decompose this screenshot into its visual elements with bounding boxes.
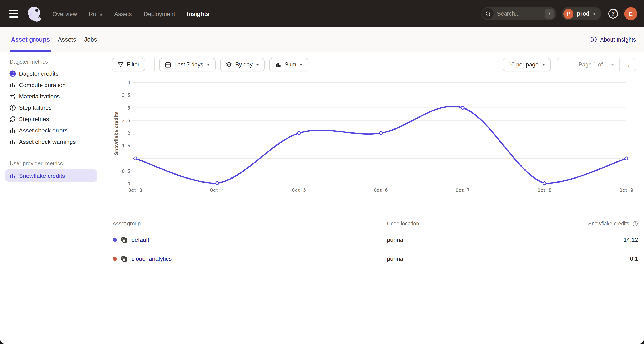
series-color-dot [112, 256, 117, 261]
svg-text:0.5: 0.5 [122, 169, 130, 174]
chevron-down-icon [256, 64, 260, 66]
svg-text:2.5: 2.5 [122, 118, 130, 123]
nav-assets[interactable]: Assets [114, 10, 132, 17]
column-header-snowflake-credits: Snowflake credits [554, 217, 644, 230]
sidebar-item-step-retries[interactable]: Step retries [5, 113, 98, 125]
tab-jobs[interactable]: Jobs [84, 27, 97, 52]
sidebar-item-dagster-credits[interactable]: Dagster credits [5, 68, 98, 79]
tab-assets[interactable]: Assets [58, 27, 76, 52]
search-input[interactable]: Search... / [482, 7, 556, 20]
code-location-cell: purina [374, 249, 554, 268]
svg-text:Oct 3: Oct 3 [128, 188, 142, 193]
chart-toolbar: Filter Last 7 days By day [103, 52, 644, 77]
sidebar-divider [5, 152, 98, 152]
window-corner [0, 338, 6, 344]
primary-nav: Overview Runs Assets Deployment Insights [52, 10, 210, 17]
svg-text:3.5: 3.5 [122, 93, 130, 98]
svg-text:Oct 4: Oct 4 [210, 188, 224, 193]
chevron-down-icon [611, 64, 614, 66]
toolbar-divider [154, 58, 154, 71]
sidebar-item-asset-check-warnings[interactable]: Asset check warnings [5, 136, 98, 147]
credits-value: 0.1 [630, 255, 638, 262]
layers-icon [226, 61, 232, 68]
line-chart[interactable]: 00.511.522.533.54Oct 3Oct 4Oct 5Oct 6Oct… [103, 77, 644, 204]
user-avatar[interactable]: E [624, 7, 637, 20]
metrics-sidebar: Dagster metrics Dagster credits Compute … [0, 52, 103, 344]
bar-chart-icon [9, 172, 16, 179]
svg-text:3: 3 [128, 105, 130, 111]
chevron-down-icon [300, 64, 303, 66]
top-nav: Overview Runs Assets Deployment Insights… [0, 0, 644, 27]
y-axis-title: Snowflake credits [114, 82, 119, 184]
svg-text:2: 2 [128, 131, 130, 136]
series-color-dot [112, 238, 117, 242]
svg-text:Oct 6: Oct 6 [374, 188, 388, 193]
next-page-button[interactable]: → [620, 58, 636, 71]
search-icon [482, 8, 494, 19]
filter-button[interactable]: Filter [112, 58, 145, 71]
bar-chart-icon [9, 127, 16, 134]
asset-group-icon [120, 236, 128, 243]
svg-text:1: 1 [128, 156, 130, 161]
chevron-down-icon [593, 13, 596, 15]
asset-groups-table: Asset group Code location Snowflake cred… [103, 217, 644, 268]
insights-page: Overview Runs Assets Deployment Insights… [0, 0, 644, 344]
menu-button[interactable] [9, 10, 18, 18]
nav-deployment[interactable]: Deployment [144, 10, 175, 17]
deployment-switcher[interactable]: P prod [562, 7, 601, 20]
bar-chart-icon [275, 61, 282, 68]
info-icon[interactable] [632, 221, 638, 226]
nav-runs[interactable]: Runs [89, 10, 102, 17]
main-content: Filter Last 7 days By day [103, 52, 644, 344]
nav-insights[interactable]: Insights [187, 10, 210, 17]
help-button[interactable]: ? [608, 9, 618, 19]
calendar-icon [165, 61, 172, 68]
alert-circle-icon [9, 104, 16, 111]
window-corner [638, 338, 644, 344]
chevron-down-icon [542, 64, 545, 66]
code-location-cell: purina [374, 230, 554, 249]
nav-overview[interactable]: Overview [52, 10, 77, 17]
credits-value: 14.12 [624, 236, 638, 243]
svg-text:Oct 5: Oct 5 [292, 188, 306, 193]
prev-page-button[interactable]: ← [557, 58, 573, 71]
svg-text:Oct 8: Oct 8 [538, 188, 551, 193]
refresh-icon [9, 115, 16, 122]
table-row: default purina 14.12 [103, 230, 644, 249]
dagster-octopus-icon [9, 70, 16, 77]
dagster-logo-icon[interactable] [26, 5, 43, 23]
arrow-right-icon: → [624, 61, 631, 68]
sparkles-icon [9, 93, 16, 100]
date-range-button[interactable]: Last 7 days [159, 58, 216, 71]
sidebar-item-asset-check-errors[interactable]: Asset check errors [5, 125, 98, 136]
pagination: ← Page 1 of 1 → [556, 58, 636, 71]
sidebar-item-step-failures[interactable]: Step failures [5, 102, 98, 113]
info-icon [590, 36, 597, 43]
sidebar-item-materializations[interactable]: Materializations [5, 90, 98, 102]
aggregation-button[interactable]: Sum [270, 58, 308, 71]
arrow-left-icon: ← [562, 61, 568, 68]
sidebar-section-heading: User provided metrics [0, 154, 102, 169]
tab-asset-groups[interactable]: Asset groups [11, 27, 50, 52]
group-by-button[interactable]: By day [220, 58, 265, 71]
asset-group-link[interactable]: default [132, 236, 149, 243]
column-header-code-location: Code location [374, 217, 554, 230]
deployment-badge: P [563, 9, 574, 19]
column-header-asset-group: Asset group [103, 217, 374, 230]
svg-text:0: 0 [128, 181, 130, 186]
asset-group-icon [120, 255, 128, 262]
page-select[interactable]: Page 1 of 1 [573, 58, 620, 71]
question-mark-icon: ? [612, 11, 615, 17]
about-insights-link[interactable]: About Insights [590, 36, 636, 43]
bar-chart-icon [9, 138, 16, 145]
keyboard-shortcut-badge: / [545, 9, 554, 18]
per-page-button[interactable]: 10 per page [503, 58, 551, 71]
svg-text:Oct 7: Oct 7 [456, 188, 470, 193]
asset-group-link[interactable]: cloud_analytics [132, 255, 172, 262]
sidebar-item-snowflake-credits[interactable]: Snowflake credits [5, 169, 98, 182]
table-row: cloud_analytics purina 0.1 [103, 249, 644, 268]
sidebar-item-compute-duration[interactable]: Compute duration [5, 79, 98, 90]
svg-text:Oct 9: Oct 9 [620, 188, 633, 193]
snowflake-credits-chart: 00.511.522.533.54Oct 3Oct 4Oct 5Oct 6Oct… [103, 77, 644, 204]
bar-chart-icon [9, 81, 16, 88]
